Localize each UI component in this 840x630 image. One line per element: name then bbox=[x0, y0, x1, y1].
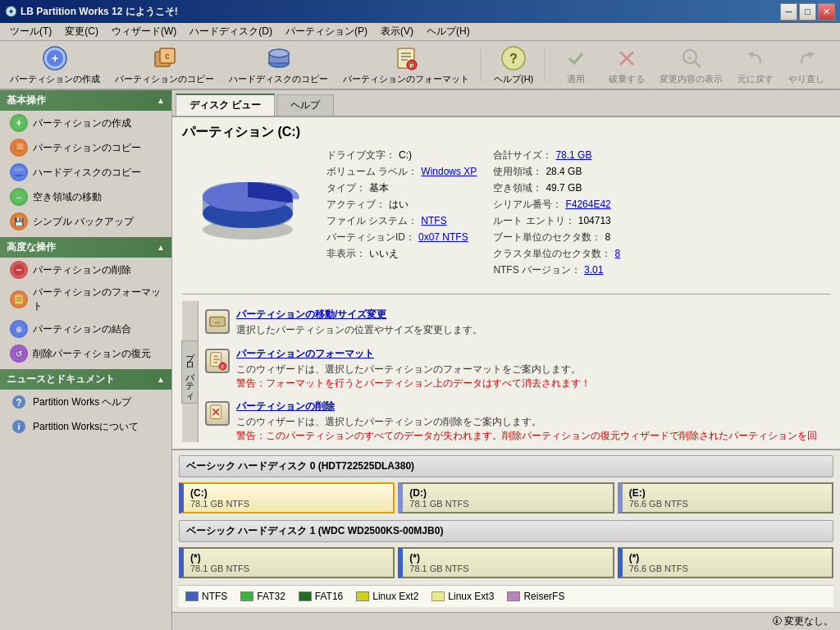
side-tab-area: プロパティ bbox=[182, 301, 199, 442]
svg-point-8 bbox=[269, 49, 289, 57]
help-icon: ? bbox=[500, 45, 527, 71]
disk0-partitions: (C:) 78.1 GB NTFS (D:) 78.1 GB NTFS (E:)… bbox=[179, 482, 833, 514]
total-link[interactable]: 78.1 GB bbox=[555, 148, 591, 162]
action-format-text: パーティションのフォーマット このウィザードは、選択したパーティションのフォーマ… bbox=[236, 347, 824, 390]
toolbar-undo[interactable]: 元に戻す bbox=[731, 42, 780, 89]
menu-wizard[interactable]: ウィザード(W) bbox=[105, 23, 183, 40]
title-bar-text: 💿 LB Partition Works 12 にようこそ! bbox=[5, 5, 178, 19]
sidebar-item-delete-partition[interactable]: − パーティションの削除 bbox=[0, 258, 171, 282]
svg-rect-55 bbox=[213, 358, 219, 360]
sidebar-item-recover[interactable]: ↺ 削除パーティションの復元 bbox=[0, 341, 171, 366]
redo-icon bbox=[793, 45, 819, 71]
legend-linux-ext2: Linux Ext2 bbox=[356, 591, 418, 602]
maximize-button[interactable]: □ bbox=[799, 3, 816, 21]
serial-link[interactable]: F4264E42 bbox=[565, 197, 610, 212]
info-divider bbox=[182, 294, 830, 294]
title-bar-buttons: ─ □ ✕ bbox=[780, 3, 835, 21]
sidebar-item-pw-help[interactable]: ? Partition Works ヘルプ bbox=[0, 390, 171, 414]
tab-disk-view[interactable]: ディスク ビュー bbox=[176, 94, 275, 116]
total-row: 合計サイズ： 78.1 GB bbox=[493, 148, 620, 162]
svg-text:↔: ↔ bbox=[213, 318, 221, 326]
close-button[interactable]: ✕ bbox=[818, 3, 835, 21]
sidebar-item-copy-disk[interactable]: ハードディスクのコピー bbox=[0, 160, 171, 185]
menu-tool[interactable]: ツール(T) bbox=[3, 23, 58, 40]
legend-reiserfs-color bbox=[507, 591, 520, 601]
content-area: パーティション (C:) bbox=[172, 117, 840, 449]
tab-help[interactable]: ヘルプ bbox=[276, 94, 334, 116]
svg-marker-23 bbox=[808, 52, 815, 58]
serial-row: シリアル番号： F4264E42 bbox=[493, 197, 620, 212]
disk0-partition-c[interactable]: (C:) 78.1 GB NTFS bbox=[179, 482, 395, 514]
action-format-link[interactable]: パーティションのフォーマット bbox=[236, 347, 824, 361]
partition-id-row: パーティションID： 0x07 NTFS bbox=[326, 230, 477, 244]
action-delete-link[interactable]: パーティションの削除 bbox=[236, 399, 824, 413]
volume-link[interactable]: Windows XP bbox=[421, 164, 477, 179]
menu-help[interactable]: ヘルプ(H) bbox=[420, 23, 477, 40]
legend-fat16-color bbox=[299, 591, 312, 601]
cluster-sectors-link[interactable]: 8 bbox=[614, 246, 620, 261]
legend-fat32-color bbox=[240, 591, 253, 601]
sidebar-item-create[interactable]: + パーティションの作成 bbox=[0, 111, 171, 135]
svg-text:i: i bbox=[17, 422, 20, 431]
menu-harddisk[interactable]: ハードディスク(D) bbox=[183, 23, 279, 40]
sidebar-item-copy-partition[interactable]: パーティションのコピー bbox=[0, 135, 171, 160]
menu-change[interactable]: 変更(C) bbox=[58, 23, 105, 40]
legend-linux-ext3: Linux Ext3 bbox=[431, 591, 494, 602]
filesystem-link[interactable]: NTFS bbox=[421, 213, 446, 228]
pie-chart-container bbox=[182, 148, 313, 246]
toolbar-show-changes[interactable]: + 変更内容の表示 bbox=[653, 42, 729, 89]
toolbar-apply[interactable]: 適用 bbox=[551, 42, 600, 89]
action-delete-icon bbox=[205, 401, 230, 426]
sidebar-backup-icon: 💾 bbox=[10, 212, 28, 231]
sidebar-item-format-partition[interactable]: パーティションのフォーマット bbox=[0, 282, 171, 317]
pw-help-icon: ? bbox=[10, 393, 28, 411]
toolbar-copy-partition[interactable]: c パーティションのコピー bbox=[108, 42, 221, 89]
undo-icon bbox=[742, 45, 769, 71]
toolbar-help-label: ヘルプ(H) bbox=[494, 73, 533, 85]
svg-text:+: + bbox=[52, 52, 58, 65]
toolbar-copy-disk[interactable]: ハードディスクのコピー bbox=[222, 42, 335, 89]
disk1-partition-1[interactable]: (*) 78.1 GB NTFS bbox=[179, 547, 395, 578]
svg-rect-54 bbox=[213, 355, 218, 357]
action-move-resize-link[interactable]: パーティションの移動/サイズ変更 bbox=[236, 308, 824, 322]
info-col-left: ドライブ文字： C:) ボリューム ラベル： Windows XP タイプ： 基… bbox=[326, 148, 477, 277]
menu-view[interactable]: 表示(V) bbox=[374, 23, 420, 40]
sidebar-item-pw-about[interactable]: i Partition Worksについて bbox=[0, 414, 171, 439]
svg-text:+: + bbox=[687, 52, 692, 62]
sidebar-header-basic[interactable]: 基本操作 ▲ bbox=[0, 90, 171, 111]
title-icon: 💿 bbox=[5, 6, 17, 17]
disk0-partition-e[interactable]: (E:) 76.6 GB NTFS bbox=[618, 482, 833, 514]
toolbar-discard[interactable]: 破棄する bbox=[602, 42, 651, 89]
disk1-partition-2[interactable]: (*) 78.1 GB NTFS bbox=[398, 547, 614, 578]
properties-tab[interactable]: プロパティ bbox=[181, 340, 199, 404]
free-row: 空き領域： 49.7 GB bbox=[493, 180, 620, 195]
ntfs-version-link[interactable]: 3.01 bbox=[584, 262, 603, 277]
sidebar-move-space-icon: ↔ bbox=[10, 188, 28, 206]
toolbar-help[interactable]: ? ヘルプ(H) bbox=[487, 42, 540, 89]
toolbar-redo-label: やり直し bbox=[788, 73, 824, 85]
svg-text:↔: ↔ bbox=[15, 193, 23, 202]
disk0-partition-d[interactable]: (D:) 78.1 GB NTFS bbox=[398, 482, 614, 514]
sidebar-header-advanced[interactable]: 高度な操作 ▲ bbox=[0, 237, 171, 258]
toolbar-format[interactable]: F パーティションのフォーマット bbox=[336, 42, 476, 89]
minimize-button[interactable]: ─ bbox=[780, 3, 797, 21]
svg-text:F: F bbox=[221, 364, 225, 370]
create-partition-icon: + bbox=[42, 45, 68, 71]
toolbar-create-partition[interactable]: + パーティションの作成 bbox=[3, 42, 107, 89]
partition-info-area: ドライブ文字： C:) ボリューム ラベル： Windows XP タイプ： 基… bbox=[182, 148, 830, 277]
sidebar-item-backup[interactable]: 💾 シンプル バックアップ bbox=[0, 209, 171, 234]
sidebar-section-news: ニュースとドキュメント ▲ ? Partition Works ヘルプ i bbox=[0, 369, 171, 439]
legend-ntfs: NTFS bbox=[185, 591, 227, 602]
disk1-partition-3[interactable]: (*) 76.6 GB NTFS bbox=[618, 547, 833, 578]
toolbar-copy-partition-label: パーティションのコピー bbox=[115, 73, 214, 85]
actions-area: プロパティ ↔ パーティションの移動/サイズ変更 選択したパ bbox=[182, 301, 830, 442]
menu-partition[interactable]: パーティション(P) bbox=[279, 23, 374, 40]
hidden-row: 非表示： いいえ bbox=[326, 246, 477, 261]
partition-id-link[interactable]: 0x07 NTFS bbox=[418, 230, 468, 244]
sidebar-section-basic: 基本操作 ▲ + パーティションの作成 パーティションのコピー ハードディスクの bbox=[0, 90, 171, 234]
sidebar-item-move-space[interactable]: ↔ 空き領域の移動 bbox=[0, 185, 171, 209]
toolbar-redo[interactable]: やり直し bbox=[782, 42, 831, 89]
sidebar-item-merge[interactable]: ⊕ パーティションの結合 bbox=[0, 317, 171, 341]
action-delete-warn: 警告：このパーティションのすべてのデータが失われます。削除パーティションの復元ウ… bbox=[236, 430, 817, 442]
sidebar-header-news[interactable]: ニュースとドキュメント ▲ bbox=[0, 369, 171, 390]
